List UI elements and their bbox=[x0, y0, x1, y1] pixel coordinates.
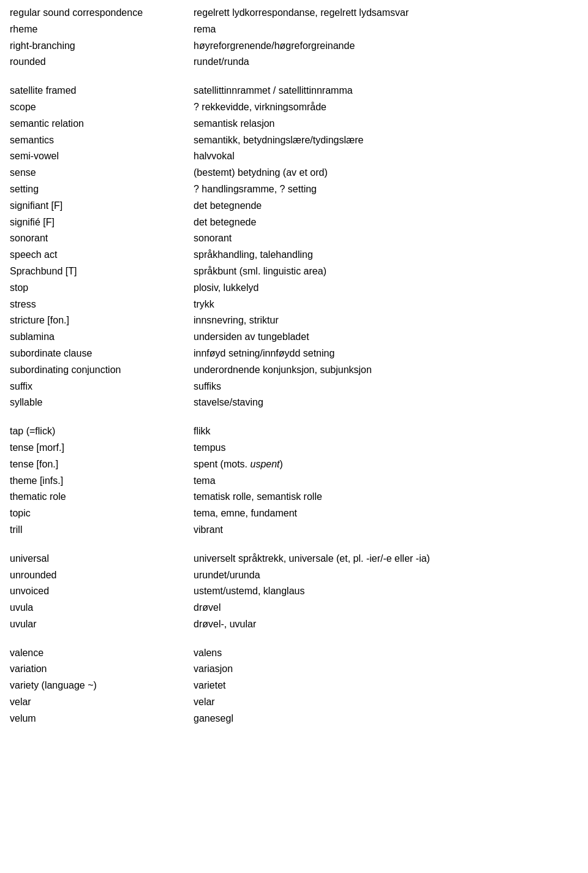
term-cell: signifiant [F] bbox=[7, 198, 191, 214]
glossary-row bbox=[7, 70, 581, 83]
glossary-row: stopplosiv, lukkelyd bbox=[7, 280, 581, 297]
term-cell: uvular bbox=[7, 616, 191, 633]
translation-cell: rundet/runda bbox=[191, 54, 581, 70]
translation-cell: plosiv, lukkelyd bbox=[191, 280, 581, 297]
translation-cell: (bestemt) betydning (av et ord) bbox=[191, 165, 581, 181]
term-cell: suffix bbox=[7, 379, 191, 395]
translation-cell: drøvel bbox=[191, 600, 581, 616]
glossary-row: unroundedurundet/urunda bbox=[7, 567, 581, 584]
translation-cell: stavelse/staving bbox=[191, 395, 581, 411]
translation-cell: tema, emne, fundament bbox=[191, 505, 581, 522]
translation-cell: ? handlingsramme, ? setting bbox=[191, 181, 581, 198]
glossary-row: topictema, emne, fundament bbox=[7, 505, 581, 522]
translation-cell: språkbunt (sml. linguistic area) bbox=[191, 263, 581, 280]
term-cell: stress bbox=[7, 297, 191, 313]
glossary-row bbox=[7, 633, 581, 645]
glossary-row bbox=[7, 411, 581, 423]
term-cell: stop bbox=[7, 280, 191, 297]
term-cell: topic bbox=[7, 505, 191, 522]
term-cell: right-branching bbox=[7, 38, 191, 55]
glossary-row: stricture [fon.]innsnevring, striktur bbox=[7, 312, 581, 329]
term-cell: setting bbox=[7, 181, 191, 198]
translation-cell: satellittinnrammet / satellittinnramma bbox=[191, 83, 581, 99]
glossary-row: scope? rekkevidde, virkningsområde bbox=[7, 99, 581, 116]
glossary-row: suffixsuffiks bbox=[7, 379, 581, 395]
translation-cell: varietet bbox=[191, 678, 581, 694]
term-cell: syllable bbox=[7, 395, 191, 411]
translation-cell: valens bbox=[191, 645, 581, 662]
translation-cell: flikk bbox=[191, 423, 581, 440]
translation-cell: det betegnende bbox=[191, 198, 581, 214]
term-cell: speech act bbox=[7, 247, 191, 263]
term-cell: subordinating conjunction bbox=[7, 362, 191, 379]
glossary-row: Sprachbund [T]språkbunt (sml. linguistic… bbox=[7, 263, 581, 280]
glossary-row: trillvibrant bbox=[7, 522, 581, 539]
term-cell: subordinate clause bbox=[7, 346, 191, 362]
translation-cell: høyreforgrenende/høgreforgreinande bbox=[191, 38, 581, 55]
glossary-row: sonorantsonorant bbox=[7, 230, 581, 247]
translation-cell: regelrett lydkorrespondanse, regelrett l… bbox=[191, 5, 581, 21]
translation-cell: trykk bbox=[191, 297, 581, 313]
translation-cell: innføyd setning/innføydd setning bbox=[191, 346, 581, 362]
translation-cell: tematisk rolle, semantisk rolle bbox=[191, 489, 581, 505]
term-cell: variety (language ~) bbox=[7, 678, 191, 694]
glossary-row: semanticssemantikk, betydningslære/tydin… bbox=[7, 132, 581, 149]
translation-cell: sonorant bbox=[191, 230, 581, 247]
translation-cell: drøvel-, uvular bbox=[191, 616, 581, 633]
glossary-row: speech actspråkhandling, talehandling bbox=[7, 247, 581, 263]
translation-cell: urundet/urunda bbox=[191, 567, 581, 584]
glossary-row: velarvelar bbox=[7, 694, 581, 711]
glossary-row: uvuladrøvel bbox=[7, 600, 581, 616]
glossary-row bbox=[7, 539, 581, 551]
glossary-row: signifié [F]det betegnede bbox=[7, 214, 581, 231]
glossary-row: uvulardrøvel-, uvular bbox=[7, 616, 581, 633]
term-cell: rounded bbox=[7, 54, 191, 70]
section-spacer bbox=[7, 411, 581, 423]
term-cell: trill bbox=[7, 522, 191, 539]
term-cell: sense bbox=[7, 165, 191, 181]
term-cell: unvoiced bbox=[7, 583, 191, 600]
term-cell: variation bbox=[7, 661, 191, 678]
glossary-row: theme [infs.]tema bbox=[7, 473, 581, 489]
term-cell: valence bbox=[7, 645, 191, 662]
glossary-row: universaluniverselt språktrekk, universa… bbox=[7, 551, 581, 567]
translation-cell: tempus bbox=[191, 440, 581, 456]
term-cell: rheme bbox=[7, 21, 191, 38]
glossary-row: right-branchinghøyreforgrenende/høgrefor… bbox=[7, 38, 581, 55]
glossary-row: velumganesegl bbox=[7, 711, 581, 727]
term-cell: regular sound correspondence bbox=[7, 5, 191, 21]
term-cell: signifié [F] bbox=[7, 214, 191, 231]
term-cell: semi-vowel bbox=[7, 148, 191, 165]
term-cell: theme [infs.] bbox=[7, 473, 191, 489]
glossary-row: subordinating conjunctionunderordnende k… bbox=[7, 362, 581, 379]
glossary-row: valencevalens bbox=[7, 645, 581, 662]
term-cell: semantic relation bbox=[7, 116, 191, 132]
section-spacer bbox=[7, 539, 581, 551]
term-cell: scope bbox=[7, 99, 191, 116]
term-cell: semantics bbox=[7, 132, 191, 149]
glossary-row: setting? handlingsramme, ? setting bbox=[7, 181, 581, 198]
glossary-row: sublaminaundersiden av tungebladet bbox=[7, 329, 581, 346]
term-cell: unrounded bbox=[7, 567, 191, 584]
glossary-row: regular sound correspondenceregelrett ly… bbox=[7, 5, 581, 21]
translation-cell: rema bbox=[191, 21, 581, 38]
section-spacer bbox=[7, 633, 581, 645]
glossary-row: satellite framedsatellittinnrammet / sat… bbox=[7, 83, 581, 99]
translation-cell: semantisk relasjon bbox=[191, 116, 581, 132]
term-cell: velum bbox=[7, 711, 191, 727]
translation-cell: spent (mots. uspent) bbox=[191, 456, 581, 473]
glossary-row: semi-vowelhalvvokal bbox=[7, 148, 581, 165]
translation-cell: undersiden av tungebladet bbox=[191, 329, 581, 346]
glossary-table: regular sound correspondenceregelrett ly… bbox=[7, 5, 581, 727]
glossary-row: rhemerema bbox=[7, 21, 581, 38]
translation-cell: det betegnede bbox=[191, 214, 581, 231]
translation-cell: velar bbox=[191, 694, 581, 711]
term-cell: thematic role bbox=[7, 489, 191, 505]
glossary-row: thematic roletematisk rolle, semantisk r… bbox=[7, 489, 581, 505]
glossary-row: tense [morf.]tempus bbox=[7, 440, 581, 456]
term-cell: satellite framed bbox=[7, 83, 191, 99]
translation-cell: variasjon bbox=[191, 661, 581, 678]
term-cell: velar bbox=[7, 694, 191, 711]
translation-cell: ganesegl bbox=[191, 711, 581, 727]
glossary-row: sense(bestemt) betydning (av et ord) bbox=[7, 165, 581, 181]
